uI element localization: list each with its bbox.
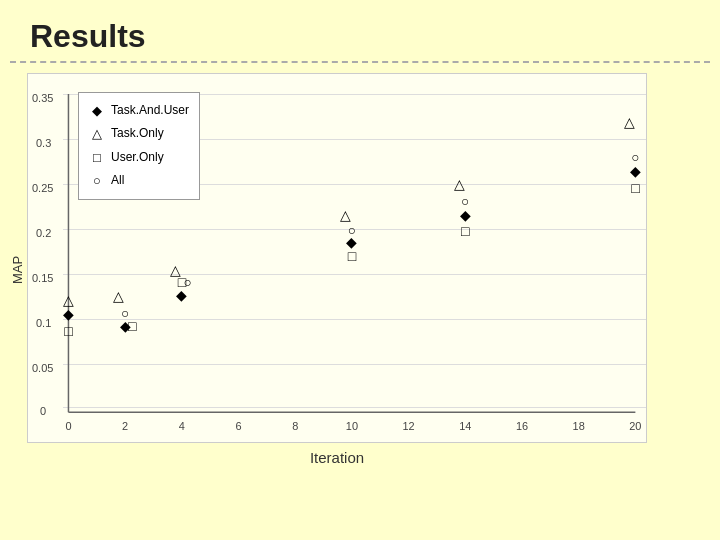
svg-text:20: 20 [629,420,641,432]
svg-text:16: 16 [516,420,528,432]
svg-text:18: 18 [573,420,585,432]
svg-text:○: ○ [631,149,639,165]
x-axis-label: Iteration [27,449,647,466]
svg-text:□: □ [631,180,640,196]
chart-area: MAP 0.35 0.3 0.25 0.2 0.15 0.1 0.05 0 [10,73,710,466]
page-title: Results [0,0,720,61]
svg-text:□: □ [348,248,357,264]
svg-text:6: 6 [235,420,241,432]
chart-container: 0.35 0.3 0.25 0.2 0.15 0.1 0.05 0 ◆ Task… [27,73,647,443]
svg-text:□: □ [64,323,73,339]
svg-text:□: □ [461,223,470,239]
svg-text:2: 2 [122,420,128,432]
y-axis-label: MAP [10,85,25,455]
svg-text:□: □ [128,318,137,334]
title-divider [10,61,710,63]
svg-text:10: 10 [346,420,358,432]
svg-text:12: 12 [403,420,415,432]
svg-text:14: 14 [459,420,471,432]
svg-text:◆: ◆ [176,287,187,303]
svg-text:4: 4 [179,420,185,432]
svg-text:8: 8 [292,420,298,432]
svg-text:◆: ◆ [63,306,74,322]
svg-text:◆: ◆ [630,163,641,179]
chart-svg: 0 2 4 6 8 10 12 14 16 18 20 ◆ △ □ [28,74,646,442]
svg-text:△: △ [113,288,124,304]
svg-text:△: △ [624,114,635,130]
svg-text:◆: ◆ [460,207,471,223]
svg-text:△: △ [63,292,74,308]
svg-text:0: 0 [65,420,71,432]
svg-text:△: △ [340,207,351,223]
svg-text:△: △ [454,176,465,192]
